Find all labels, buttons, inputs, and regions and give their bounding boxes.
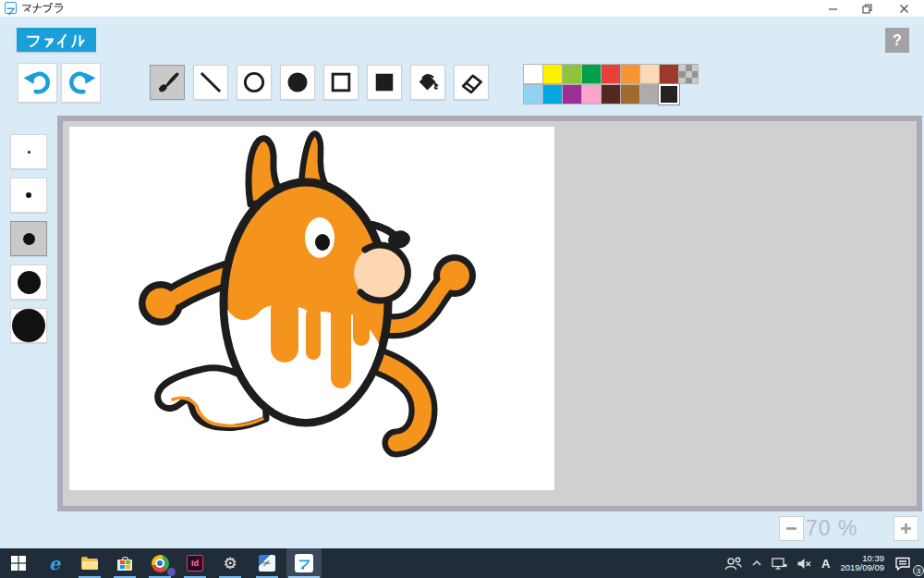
zoom-in-button[interactable] [894, 516, 918, 541]
start-button[interactable] [0, 548, 37, 578]
app-logo-icon [5, 2, 17, 14]
undo-button[interactable] [18, 63, 57, 103]
indesign-icon: Id [187, 555, 203, 572]
color-swatch[interactable] [659, 84, 679, 105]
color-swatch[interactable] [639, 84, 660, 105]
chrome-icon [152, 555, 169, 572]
taskbar-app-file-explorer[interactable] [72, 548, 107, 578]
volume-button[interactable] [792, 548, 817, 578]
edge-icon: e [49, 553, 60, 573]
taskbar-app-edge[interactable]: e [37, 548, 72, 578]
window-title-text [22, 3, 65, 14]
file-menu-button[interactable] [17, 28, 96, 52]
tool-rectangle-filled[interactable] [367, 65, 402, 100]
clock[interactable]: 10:39 2019/09/09 [834, 554, 890, 573]
network-button[interactable] [767, 548, 792, 578]
brush-size-dot [28, 151, 30, 154]
color-swatch[interactable] [601, 64, 621, 84]
taskbar-app-chrome[interactable] [142, 548, 177, 578]
tool-eraser[interactable] [454, 65, 489, 100]
tool-ellipse-filled[interactable] [280, 65, 315, 100]
color-swatch[interactable] [562, 84, 582, 105]
show-hidden-icons-button[interactable] [747, 548, 767, 578]
snip-sketch-icon: ✂ [259, 555, 275, 572]
tool-line[interactable] [193, 65, 228, 100]
redo-button[interactable] [61, 63, 101, 103]
tool-ellipse-outline[interactable] [237, 65, 272, 100]
windows-logo-icon [11, 556, 26, 571]
tool-fill-bucket[interactable] [410, 65, 445, 100]
color-swatch-transparent[interactable] [678, 64, 699, 84]
color-swatch[interactable] [523, 84, 543, 105]
minimize-button[interactable] [818, 0, 847, 17]
system-tray: A 10:39 2019/09/09 3 [720, 548, 920, 578]
taskbar-app-settings[interactable]: ⚙ [213, 548, 248, 578]
color-swatch[interactable] [542, 84, 563, 105]
canvas-workspace [57, 116, 922, 511]
people-button[interactable] [720, 548, 747, 578]
chrome-profile-badge [167, 568, 176, 576]
notification-badge: 3 [913, 565, 924, 576]
color-swatch[interactable] [562, 64, 582, 84]
app-window: マナブラ ? [0, 0, 924, 578]
zoom-level: 70 % [806, 516, 857, 541]
gear-icon: ⚙ [223, 554, 237, 573]
minus-icon [784, 522, 798, 535]
brush-size-dot [12, 309, 45, 342]
windows-taskbar: e Id ⚙ ✂ [0, 548, 924, 578]
manabura-app-icon [295, 554, 313, 572]
volume-muted-icon [796, 557, 812, 571]
brush-size-button[interactable] [10, 264, 47, 300]
tool-brush[interactable] [150, 65, 185, 100]
clock-date: 2019/09/09 [840, 563, 884, 573]
brush-size-button[interactable] [10, 221, 47, 256]
network-icon [772, 557, 787, 571]
taskbar-app-manabura[interactable] [286, 548, 322, 578]
color-swatch[interactable] [542, 64, 563, 84]
microsoft-store-icon [117, 557, 132, 571]
color-swatch[interactable] [659, 64, 679, 84]
zoom-out-button[interactable] [779, 516, 804, 541]
brush-size-button[interactable] [10, 134, 47, 169]
taskbar-app-snip-sketch[interactable]: ✂ [249, 548, 285, 578]
action-center-icon [894, 556, 911, 571]
taskbar-app-indesign[interactable]: Id [177, 548, 213, 578]
ime-mode-label: A [821, 557, 830, 571]
color-palette-row [523, 64, 698, 84]
ime-indicator[interactable]: A [817, 548, 834, 578]
color-swatch[interactable] [639, 64, 660, 84]
chevron-up-icon [751, 559, 762, 568]
brush-size-button[interactable] [10, 178, 47, 213]
color-swatch[interactable] [601, 84, 621, 105]
color-swatch[interactable] [581, 64, 602, 84]
tool-rectangle-outline[interactable] [323, 65, 359, 100]
restore-button[interactable] [852, 0, 881, 17]
close-button[interactable] [889, 0, 918, 17]
action-center-button[interactable]: 3 [890, 548, 920, 578]
color-swatch[interactable] [620, 64, 640, 84]
help-button[interactable]: ? [885, 28, 909, 53]
file-explorer-icon [81, 557, 98, 570]
people-icon [724, 556, 742, 572]
color-swatch[interactable] [620, 84, 640, 105]
color-palette-row [523, 84, 698, 105]
drawing-canvas[interactable] [69, 127, 554, 490]
dog-drawing [69, 127, 554, 490]
brush-size-dot [23, 233, 35, 245]
brush-size-dot [26, 192, 31, 198]
brush-size-button[interactable] [10, 308, 47, 343]
title-bar: マナブラ [0, 0, 924, 17]
taskbar-app-microsoft-store[interactable] [107, 548, 142, 578]
color-palette [523, 64, 698, 105]
brush-size-dot [18, 271, 41, 294]
color-swatch[interactable] [523, 64, 543, 84]
plus-icon [899, 522, 913, 535]
color-swatch[interactable] [581, 84, 602, 105]
